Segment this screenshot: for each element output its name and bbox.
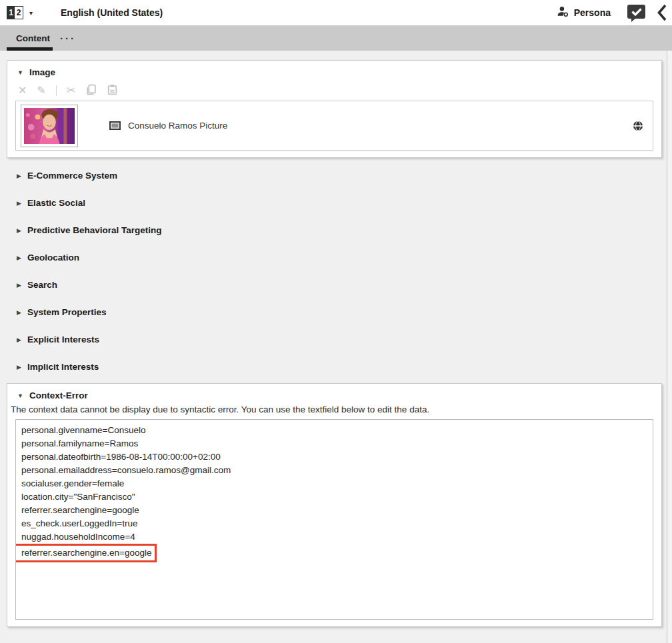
context-data-textarea[interactable]: personal.givenname=Consuelo personal.fam… [15, 419, 653, 620]
approval-bubble-icon[interactable] [627, 4, 646, 22]
version-selector[interactable]: 1 2 [7, 6, 23, 19]
collapse-expanded-icon: ▼ [17, 392, 23, 399]
context-line: personal.emailaddress=consuelo.ramos@gma… [21, 464, 647, 477]
section-label: Implicit Interests [27, 362, 99, 372]
context-line: personal.givenname=Consuelo [21, 424, 647, 437]
header-bar: 1 2 ▾ English (United States) Persona [0, 0, 672, 25]
image-link-item[interactable]: Consuelo Ramos Picture [15, 101, 653, 151]
image-panel-header[interactable]: ▼ Image [7, 61, 661, 77]
section-label: Elastic Social [27, 198, 85, 208]
persona-editor-window: 1 2 ▾ English (United States) Persona [0, 0, 672, 643]
persona-icon [557, 5, 569, 21]
context-line: personal.dateofbirth=1986-08-14T00:00:00… [21, 450, 647, 464]
context-line: socialuser.gender=female [21, 477, 647, 490]
context-line: es_check.userLoggedIn=true [21, 517, 647, 530]
section-label: Search [27, 280, 57, 290]
section-implicit-interests[interactable]: ▶ Implicit Interests [7, 353, 662, 380]
paste-icon[interactable] [107, 84, 118, 97]
section-search[interactable]: ▶ Search [7, 271, 662, 299]
context-error-title: Context-Error [29, 390, 88, 400]
collapse-collapsed-icon: ▶ [17, 173, 21, 179]
persona-menu[interactable]: Persona [557, 5, 611, 21]
globe-icon[interactable] [633, 121, 643, 131]
image-toolbar: ✕ ✎ ✂ [7, 77, 661, 97]
collapsed-sections: ▶ E-Commerce System ▶ Elastic Social ▶ P… [7, 162, 662, 380]
version-right-cell: 2 [15, 7, 23, 19]
context-line: referrer.searchengine.en=google [21, 546, 152, 560]
collapse-collapsed-icon: ▶ [17, 227, 21, 234]
context-line: location.city="SanFrancisco" [21, 490, 647, 504]
error-highlight-box: referrer.searchengine.en=google [15, 544, 157, 562]
cut-icon[interactable]: ✂ [67, 85, 75, 96]
context-line: nuggad.householdIncome=4 [21, 530, 647, 544]
section-predictive-behavioral-targeting[interactable]: ▶ Predictive Behavioral Targeting [7, 217, 662, 244]
section-label: System Properties [27, 307, 107, 317]
section-elastic-social[interactable]: ▶ Elastic Social [7, 189, 662, 217]
form-scroll-area: ▼ Image ✕ ✎ ✂ [0, 51, 672, 643]
section-system-properties[interactable]: ▶ System Properties [7, 299, 662, 326]
collapse-collapsed-icon: ▶ [17, 200, 21, 207]
scrollbar-track[interactable] [667, 51, 672, 643]
section-label: E-Commerce System [27, 171, 117, 181]
section-geolocation[interactable]: ▶ Geolocation [7, 244, 662, 271]
collapse-collapsed-icon: ▶ [17, 336, 21, 343]
image-panel-title: Image [29, 67, 55, 77]
image-panel: ▼ Image ✕ ✎ ✂ [7, 60, 662, 158]
section-explicit-interests[interactable]: ▶ Explicit Interests [7, 326, 662, 353]
section-label: Predictive Behavioral Targeting [27, 225, 162, 235]
collapse-collapsed-icon: ▶ [17, 364, 21, 370]
context-line-highlighted: referrer.searchengine.en=google [21, 544, 647, 562]
collapse-collapsed-icon: ▶ [17, 282, 21, 289]
context-line: personal.familyname=Ramos [21, 437, 647, 450]
version-left-cell: 1 [7, 7, 15, 19]
header-actions: Persona [557, 4, 672, 22]
version-dropdown-icon[interactable]: ▾ [29, 9, 33, 17]
image-thumbnail[interactable] [21, 105, 78, 147]
context-error-panel: ▼ Context-Error The context data cannot … [7, 383, 662, 627]
picture-type-icon [109, 121, 121, 130]
tab-bar: Content ··· [0, 25, 672, 51]
collapse-collapsed-icon: ▶ [17, 255, 21, 261]
image-item-label: Consuelo Ramos Picture [128, 121, 227, 131]
context-error-description: The context data cannot be display due t… [11, 404, 656, 414]
collapse-collapsed-icon: ▶ [17, 309, 21, 316]
tab-overflow-button[interactable]: ··· [60, 25, 76, 51]
persona-label: Persona [574, 7, 611, 18]
context-line: referrer.searchengine=google [21, 504, 647, 517]
toolbar-separator [56, 85, 57, 96]
section-ecommerce-system[interactable]: ▶ E-Commerce System [7, 162, 662, 189]
collapse-expanded-icon: ▼ [17, 69, 23, 76]
edit-icon[interactable]: ✎ [37, 85, 45, 96]
context-error-header[interactable]: ▼ Context-Error [7, 384, 661, 400]
section-label: Explicit Interests [27, 334, 99, 344]
locale-label: English (United States) [61, 7, 163, 18]
section-label: Geolocation [27, 253, 79, 263]
remove-icon[interactable]: ✕ [18, 85, 27, 96]
copy-icon[interactable] [85, 84, 97, 97]
collapse-sidebar-icon[interactable] [657, 4, 667, 21]
